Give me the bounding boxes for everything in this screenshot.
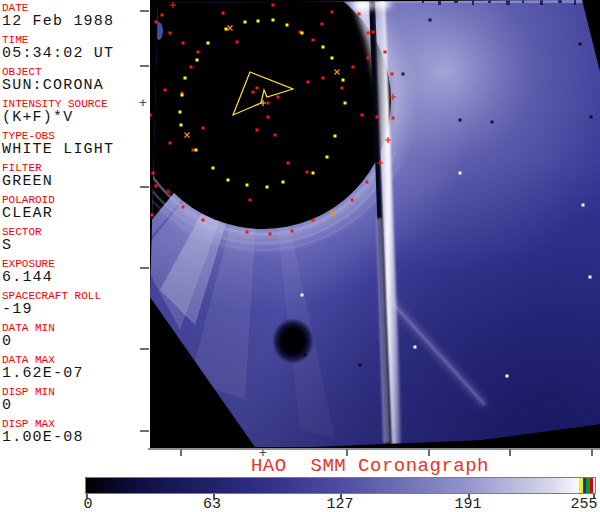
- red-fiducial-dot: [155, 185, 158, 188]
- red-fiducial-dot: [182, 42, 185, 45]
- yellow-fiducial-dot: [184, 77, 187, 80]
- colorbar-tick-label: 255: [570, 496, 597, 512]
- left-axis-center-plus: +: [139, 98, 147, 108]
- red-fiducial-dot: [291, 230, 294, 233]
- yellow-fiducial-dot: [181, 94, 184, 97]
- top-edge-mark: [558, 0, 562, 3]
- colorbar-tick-label: 127: [326, 496, 353, 512]
- red-fiducial-dot: [331, 11, 334, 14]
- red-fiducial-dot: [361, 114, 364, 117]
- red-fiducial-dot: [321, 23, 324, 26]
- red-fiducial-dot: [307, 81, 310, 84]
- red-fiducial-dot: [366, 181, 369, 184]
- dark-speck: [590, 116, 593, 119]
- colorbar-tick-label: 0: [83, 496, 92, 512]
- metadata-field: SECTORS: [2, 226, 150, 252]
- field-value: (K+F)*V: [2, 110, 150, 125]
- field-value: -19: [2, 302, 150, 317]
- yellow-fiducial-dot: [301, 32, 304, 35]
- red-fiducial-dot: [269, 233, 272, 236]
- field-label: DISP MIN: [2, 386, 150, 398]
- field-value: CLEAR: [2, 206, 150, 221]
- metadata-field: TIME05:34:02 UT: [2, 34, 150, 60]
- yellow-fiducial-dot: [257, 20, 260, 23]
- star-speck: [582, 204, 585, 207]
- field-label: DATA MIN: [2, 322, 150, 334]
- metadata-field: DISP MIN0: [2, 386, 150, 412]
- star-speck: [414, 346, 417, 349]
- coronagraph-viewer: DATE12 Feb 1988TIME05:34:02 UTOBJECTSUN:…: [0, 0, 600, 512]
- colorbar-annotation-stripe: [590, 478, 594, 493]
- red-fiducial-dot: [161, 14, 164, 17]
- red-fiducial-dot: [272, 4, 275, 7]
- dark-speck: [459, 119, 462, 122]
- red-fiducial-dot: [367, 32, 370, 35]
- red-fiducial-dot: [267, 102, 270, 105]
- metadata-field: FILTERGREEN: [2, 162, 150, 188]
- red-fiducial-dot: [384, 51, 387, 54]
- left-axis-tick: [140, 348, 149, 350]
- image-title: HAO SMM Coronagraph: [140, 455, 600, 477]
- red-fiducial-dot: [358, 13, 361, 16]
- red-fiducial-dot: [192, 149, 195, 152]
- metadata-field: TYPE-OBSWHITE LIGHT: [2, 130, 150, 156]
- yellow-fiducial-dot: [207, 42, 210, 45]
- metadata-field: DATA MAX1.62E-07: [2, 354, 150, 380]
- red-fiducial-dot: [155, 21, 158, 24]
- metadata-field: INTENSITY SOURCE(K+F)*V: [2, 98, 150, 124]
- red-fiducial-dot: [246, 231, 249, 234]
- dark-speck: [429, 19, 432, 22]
- metadata-field: DISP MAX1.00E-08: [2, 418, 150, 444]
- field-value: 05:34:02 UT: [2, 46, 150, 61]
- field-value: 1.00E-08: [2, 430, 150, 445]
- metadata-field: OBJECTSUN:CORONA: [2, 66, 150, 92]
- red-fiducial-dot: [151, 214, 154, 217]
- coronagraph-image[interactable]: [150, 0, 600, 448]
- red-fiducial-dot: [169, 32, 172, 35]
- yellow-fiducial-dot: [225, 28, 228, 31]
- coronagraph-image-area[interactable]: [150, 0, 600, 448]
- top-edge-mark: [574, 0, 576, 5]
- red-fiducial-dot: [267, 116, 270, 119]
- red-fiducial-dot: [249, 199, 252, 202]
- metadata-field: DATE12 Feb 1988: [2, 2, 150, 28]
- yellow-fiducial-dot: [334, 135, 337, 138]
- yellow-fiducial-dot: [227, 179, 230, 182]
- red-fiducial-dot: [352, 66, 355, 69]
- top-edge-mark: [540, 0, 543, 5]
- red-fiducial-dot: [222, 12, 225, 15]
- yellow-fiducial-dot: [282, 181, 285, 184]
- star-speck: [459, 172, 462, 175]
- red-fiducial-dot: [312, 39, 315, 42]
- metadata-field: SPACECRAFT ROLL-19: [2, 290, 150, 316]
- yellow-fiducial-dot: [195, 149, 198, 152]
- yellow-fiducial-dot: [179, 111, 182, 114]
- red-fiducial-dot: [152, 172, 155, 175]
- dark-speck: [491, 121, 494, 124]
- red-fiducial-dot: [367, 57, 370, 60]
- red-fiducial-dot: [169, 142, 172, 145]
- red-fiducial-dot: [164, 89, 167, 92]
- field-value: 0: [2, 334, 150, 349]
- yellow-fiducial-dot: [322, 46, 325, 49]
- star-speck: [589, 276, 592, 279]
- left-axis-tick: [140, 430, 149, 432]
- red-fiducial-dot: [236, 41, 239, 44]
- red-fiducial-dot: [202, 219, 205, 222]
- image-axis-line: [148, 448, 600, 450]
- field-value: 12 Feb 1988: [2, 14, 150, 29]
- left-axis-tick: [140, 65, 149, 67]
- star-speck: [506, 375, 509, 378]
- field-value: SUN:CORONA: [2, 78, 150, 93]
- yellow-fiducial-dot: [180, 124, 183, 127]
- yellow-fiducial-dot: [342, 79, 345, 82]
- yellow-fiducial-dot: [286, 24, 289, 27]
- red-fiducial-dot: [277, 96, 280, 99]
- yellow-fiducial-dot: [272, 19, 275, 22]
- field-value: 1.62E-07: [2, 366, 150, 381]
- red-fiducial-dot: [312, 219, 315, 222]
- star-speck: [301, 294, 304, 297]
- dark-speck: [579, 43, 582, 46]
- colorbar-tick-label: 191: [454, 496, 481, 512]
- colorbar-tick-label: 63: [203, 496, 221, 512]
